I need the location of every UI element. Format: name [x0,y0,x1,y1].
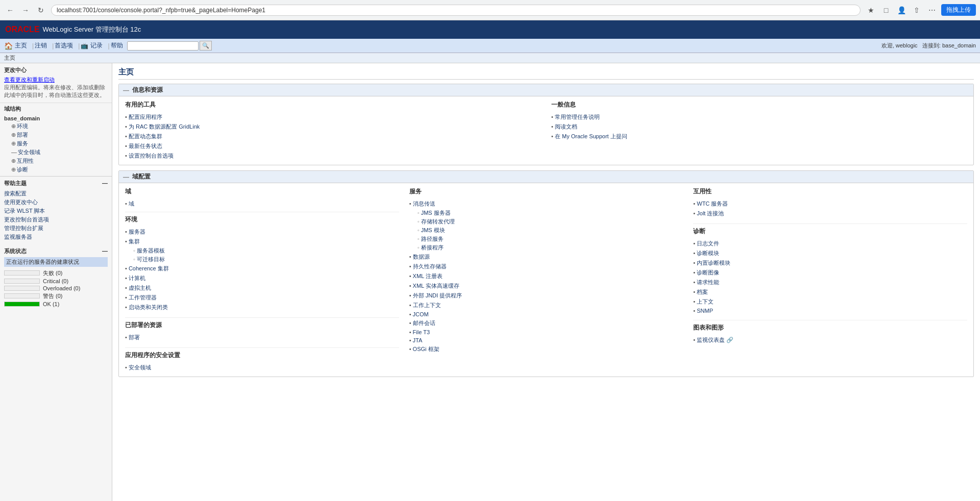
tree-interop[interactable]: ⊕互用性 [11,157,108,165]
link-log-files[interactable]: 日志文件 [693,239,967,248]
help-section-header[interactable]: 帮助主题 — [4,180,108,187]
status-failed-label: 失败 (0) [43,269,63,277]
link-server[interactable]: 服务器 [125,227,399,237]
link-jta[interactable]: JTA [409,336,683,344]
link-jcom[interactable]: JCOM [409,310,683,318]
link-xml-registry[interactable]: XML 注册表 [409,271,683,281]
tree-env[interactable]: ⊕环境 [11,122,108,131]
browser-chrome: ← → ↻ ★ □ 👤 ⇧ ⋯ 拖拽上传 [0,0,980,20]
back-button[interactable]: ← [4,4,16,16]
link-bridge[interactable]: 桥接程序 [418,243,683,252]
help-admin-ext[interactable]: 管理控制台扩展 [4,224,108,233]
main-layout: 更改中心 查看更改和重新启动 应用配置编辑。将来在修改、添加或删除此域中的项目时… [0,63,980,501]
address-bar[interactable] [51,5,861,16]
breadcrumb-home[interactable]: 主页 [4,55,15,61]
breadcrumb: 主页 [0,53,980,63]
link-machine[interactable]: 计算机 [125,273,399,283]
link-admin-tasks[interactable]: 常用管理任务说明 [551,112,967,122]
help-monitor-server[interactable]: 监视服务器 [4,233,108,241]
toolbar-home-link[interactable]: 主页 [15,41,27,50]
link-config-app[interactable]: 配置应用程序 [125,112,541,122]
useful-tools-title: 有用的工具 [125,101,541,109]
link-diag-image[interactable]: 诊断图像 [693,268,967,278]
tab-icon[interactable]: □ [880,4,892,16]
tree-services[interactable]: ⊕服务 [11,139,108,148]
link-jndi-provider[interactable]: 外部 JNDI 提供程序 [409,291,683,300]
page-title: 主页 [118,67,974,80]
help-search-config[interactable]: 搜索配置 [4,189,108,198]
link-saf-agent[interactable]: 存储转发代理 [418,217,683,226]
link-coherence[interactable]: Coherence 集群 [125,264,399,273]
toolbar-prefs-link[interactable]: 首选项 [55,41,73,50]
link-startup-shutdown[interactable]: 启动类和关闭类 [125,303,399,312]
link-xml-entity-cache[interactable]: XML 实体高速缓存 [409,281,683,291]
help-change-prefs[interactable]: 更改控制台首选项 [4,215,108,224]
link-req-perf[interactable]: 请求性能 [693,278,967,287]
link-monitor-dashboard[interactable]: 监视仪表盘 🔗 [693,335,967,345]
toolbar-record-link[interactable]: 记录 [90,41,103,50]
home-icon[interactable]: 🏠 [4,42,13,50]
link-diag-module[interactable]: 诊断模块 [693,248,967,258]
services-col: 服务 消息传送 JMS 服务器 存储转发代理 JMS 模块 路径服务 桥接程序 … [409,187,683,372]
link-security-realm[interactable]: 安全领域 [125,363,399,372]
link-recent-tasks[interactable]: 最新任务状态 [125,141,541,151]
reload-button[interactable]: ↻ [35,4,47,16]
app-security-title: 应用程序的安全设置 [125,351,399,360]
link-rac-gridlink[interactable]: 为 RAC 数据源配置 GridLink [125,122,541,132]
username-text: weblogic [896,42,918,48]
link-work-context[interactable]: 工作上下文 [409,300,683,310]
link-jms-module[interactable]: JMS 模块 [418,226,683,235]
link-cluster[interactable]: 集群 [125,237,399,246]
toolbar-help-link[interactable]: 帮助 [111,41,123,50]
share-icon[interactable]: ⇧ [911,4,923,16]
bookmark-icon[interactable]: ★ [865,4,877,16]
domain-structure: 域结构 base_domain ⊕环境 ⊕部署 ⊕服务 —安全领域 ⊕互用性 ⊕… [0,103,112,176]
link-path-service[interactable]: 路径服务 [418,235,683,243]
tree-deploy[interactable]: ⊕部署 [11,131,108,139]
more-icon[interactable]: ⋯ [926,4,938,16]
tree-diag[interactable]: ⊕诊断 [11,165,108,174]
help-use-change-center[interactable]: 使用更改中心 [4,198,108,207]
link-file-t3[interactable]: File T3 [409,328,683,336]
help-record-wlst[interactable]: 记录 WLST 脚本 [4,207,108,215]
forward-button[interactable]: → [19,4,32,16]
link-builtin-diag[interactable]: 内置诊断模块 [693,258,967,268]
link-snmp[interactable]: SNMP [693,307,967,315]
tree-security[interactable]: —安全领域 [11,148,108,157]
status-row-ok: OK (1) [4,300,108,308]
link-jolt-pool[interactable]: Jolt 连接池 [693,209,967,218]
link-osgi[interactable]: OSGi 框架 [409,344,683,354]
link-read-docs[interactable]: 阅读文档 [551,122,967,132]
toolbar-logout-link[interactable]: 注销 [35,41,47,50]
link-wtc-server[interactable]: WTC 服务器 [693,199,967,209]
link-virtual-host[interactable]: 虚拟主机 [125,283,399,293]
upload-button[interactable]: 拖拽上传 [941,4,976,16]
search-button[interactable]: 🔍 [200,41,212,51]
link-dynamic-cluster[interactable]: 配置动态集群 [125,132,541,141]
domain-root-item[interactable]: base_domain [4,115,108,122]
link-messaging[interactable]: 消息传送 [409,199,683,209]
link-datasource[interactable]: 数据源 [409,252,683,262]
general-info-title: 一般信息 [551,101,967,109]
link-archive[interactable]: 档案 [693,287,967,297]
link-jms-server[interactable]: JMS 服务器 [418,209,683,217]
help-title: 帮助主题 [4,180,27,187]
change-center-section: 更改中心 查看更改和重新启动 应用配置编辑。将来在修改、添加或删除此域中的项目时… [0,63,112,103]
link-oracle-support[interactable]: 在 My Oracle Support 上提问 [551,132,967,141]
services-col-title: 服务 [409,187,683,196]
view-changes-link[interactable]: 查看更改和重新启动 [4,77,55,83]
toolbar-right: 欢迎, weblogic 连接到: base_domain [881,42,976,49]
link-deploy[interactable]: 部署 [125,333,399,342]
health-title: 正在运行的服务器的健康状况 [4,257,108,267]
link-persistent-store[interactable]: 持久性存储器 [409,262,683,271]
user-icon[interactable]: 👤 [895,4,908,16]
link-domain[interactable]: 域 [125,199,399,209]
link-console-prefs[interactable]: 设置控制台首选项 [125,151,541,161]
search-input[interactable] [127,41,199,51]
link-migratable-target[interactable]: 可迁移目标 [133,255,399,264]
link-context[interactable]: 上下文 [693,297,967,307]
useful-tools-col: 有用的工具 配置应用程序 为 RAC 数据源配置 GridLink 配置动态集群… [125,101,541,161]
link-work-manager[interactable]: 工作管理器 [125,293,399,303]
link-server-template[interactable]: 服务器模板 [133,246,399,255]
link-mail-session[interactable]: 邮件会话 [409,318,683,328]
